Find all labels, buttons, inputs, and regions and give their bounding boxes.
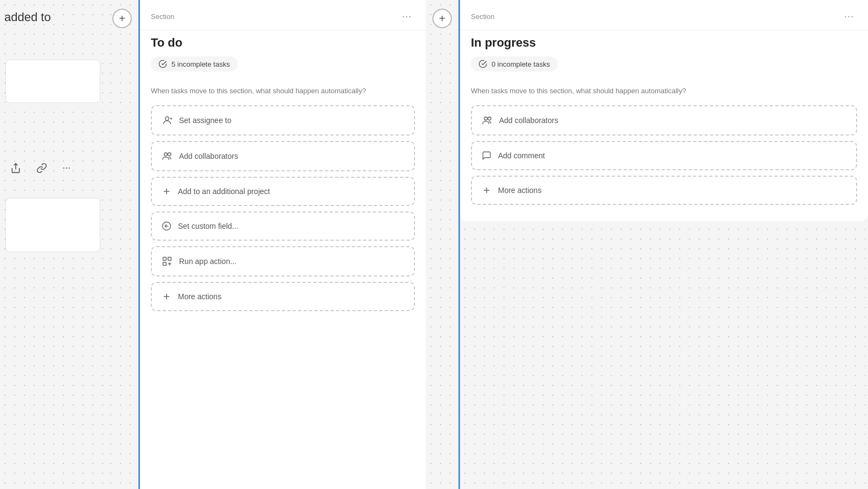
inprogress-more-actions-label: More actions	[498, 186, 541, 195]
inprogress-add-collaborators-button[interactable]: Add collaborators	[471, 105, 857, 136]
todo-section-label: Section	[151, 12, 174, 21]
add-comment-button[interactable]: Add comment	[471, 141, 857, 170]
collaborators-icon	[162, 151, 173, 162]
add-comment-label: Add comment	[498, 151, 545, 160]
svg-rect-10	[163, 257, 167, 260]
middle-add-area: +	[426, 0, 458, 489]
add-collaborators-button[interactable]: Add collaborators	[151, 141, 415, 171]
left-add-area: +	[106, 0, 138, 489]
inprogress-section-menu-button[interactable]: ···	[841, 10, 857, 23]
add-circle-icon: +	[119, 12, 125, 25]
inprogress-column: Section ··· In progress 0 incomplete tas…	[458, 0, 868, 489]
middle-dotted-bg	[426, 0, 458, 489]
sidebar-card-bottom	[5, 198, 100, 252]
add-collaborators-label: Add collaborators	[179, 152, 238, 160]
svg-point-4	[164, 152, 168, 156]
todo-section-header: Section ···	[140, 0, 426, 30]
link-icon	[36, 163, 47, 173]
todo-incomplete-badge[interactable]: 5 incomplete tasks	[151, 56, 238, 72]
incomplete-check-icon	[158, 60, 167, 68]
inprogress-section-title: In progress	[460, 30, 868, 56]
svg-rect-12	[163, 262, 167, 265]
inprogress-incomplete-badge[interactable]: 0 incomplete tasks	[471, 56, 558, 72]
assignee-icon	[162, 115, 173, 126]
add-todo-section-button[interactable]: +	[112, 9, 132, 28]
todo-section-menu-button[interactable]: ···	[399, 10, 415, 23]
share-icon	[10, 163, 21, 173]
set-assignee-label: Set assignee to	[179, 116, 232, 125]
inprogress-panel: Section ··· In progress 0 incomplete tas…	[460, 0, 868, 221]
todo-menu-dots-icon: ···	[402, 11, 412, 22]
svg-point-1	[165, 117, 169, 120]
more-options-button[interactable]: ···	[60, 160, 73, 176]
custom-field-icon	[162, 221, 171, 231]
inprogress-check-icon	[478, 60, 487, 68]
svg-point-5	[168, 152, 171, 156]
left-add-dotted-bg	[106, 0, 138, 489]
todo-more-actions-label: More actions	[178, 292, 221, 301]
inprogress-section-label: Section	[471, 12, 494, 21]
svg-point-18	[488, 117, 491, 120]
svg-rect-11	[168, 257, 171, 260]
add-to-project-button[interactable]: Add to an additional project	[151, 177, 415, 206]
add-inprogress-section-button[interactable]: +	[432, 9, 452, 28]
run-app-action-button[interactable]: Run app action...	[151, 246, 415, 276]
inprogress-section-header: Section ···	[460, 0, 868, 30]
app-action-icon	[162, 256, 173, 267]
todo-more-actions-icon	[162, 292, 171, 301]
run-app-action-label: Run app action...	[179, 257, 237, 266]
todo-automation-question: When tasks move to this section, what sh…	[140, 80, 426, 105]
svg-point-17	[484, 117, 488, 120]
link-button[interactable]	[34, 160, 49, 176]
add-to-project-label: Add to an additional project	[178, 187, 270, 196]
share-button[interactable]	[8, 160, 23, 176]
set-custom-field-label: Set custom field...	[178, 222, 238, 230]
added-to-label: added to	[4, 10, 106, 25]
set-assignee-button[interactable]: Set assignee to	[151, 105, 415, 136]
todo-more-actions-button[interactable]: More actions	[151, 282, 415, 311]
inprogress-add-collaborators-label: Add collaborators	[499, 116, 558, 125]
inprogress-collaborators-icon	[482, 115, 493, 126]
inprogress-menu-dots-icon: ···	[844, 11, 854, 22]
comment-icon	[482, 151, 492, 160]
sidebar-added-text: added to	[0, 10, 106, 25]
add-circle-icon-2: +	[439, 12, 445, 25]
left-sidebar: added to ···	[0, 0, 106, 489]
sidebar-card-top	[5, 60, 100, 103]
todo-incomplete-count: 5 incomplete tasks	[171, 60, 230, 68]
set-custom-field-button[interactable]: Set custom field...	[151, 211, 415, 241]
add-project-icon	[162, 186, 171, 196]
inprogress-more-actions-icon	[482, 185, 492, 195]
inprogress-incomplete-count: 0 incomplete tasks	[492, 60, 550, 68]
page-container: added to ···	[0, 0, 868, 489]
inprogress-more-actions-button[interactable]: More actions	[471, 176, 857, 205]
todo-section-title: To do	[140, 30, 426, 56]
more-dots-icon: ···	[62, 162, 71, 173]
todo-column: Section ··· To do 5 incomplete tasks Whe…	[138, 0, 426, 489]
inprogress-automation-question: When tasks move to this section, what sh…	[460, 80, 868, 105]
